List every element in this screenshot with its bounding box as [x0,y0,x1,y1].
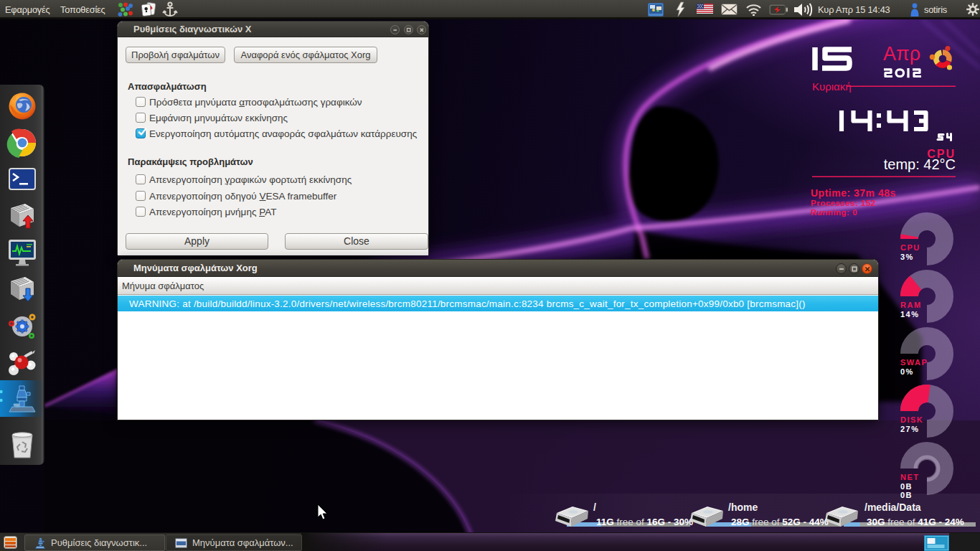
svg-text:CPU: CPU [900,243,920,252]
svg-text:28G free of 52G - 44%: 28G free of 52G - 44% [731,517,829,527]
svg-text:0B: 0B [900,482,913,491]
svg-text:27%: 27% [900,425,920,433]
svg-text:Running: 0: Running: 0 [811,208,857,217]
svg-text:0%: 0% [900,367,914,376]
svg-text:temp: 42°C: temp: 42°C [884,156,956,172]
svg-text:SWAP: SWAP [900,358,928,367]
svg-text:/: / [593,501,596,513]
svg-text:RAM: RAM [900,301,922,309]
svg-text:Uptime: 37m 48s: Uptime: 37m 48s [811,187,896,199]
svg-text:11G free of 16G - 30%: 11G free of 16G - 30% [596,517,693,527]
svg-text:NET: NET [900,473,920,481]
svg-text:Απρ: Απρ [883,43,920,65]
svg-text:14%: 14% [900,310,920,319]
svg-text:/home: /home [728,501,758,513]
svg-text:3%: 3% [900,253,914,261]
svg-text:Κυριακή: Κυριακή [812,80,852,93]
svg-text:30G free of 41G - 24%: 30G free of 41G - 24% [867,517,964,527]
svg-text:DISK: DISK [900,415,923,424]
svg-text:/media/Data: /media/Data [864,501,921,513]
svg-text:0B: 0B [900,491,913,499]
svg-text:Processes: 152: Processes: 152 [811,199,876,207]
